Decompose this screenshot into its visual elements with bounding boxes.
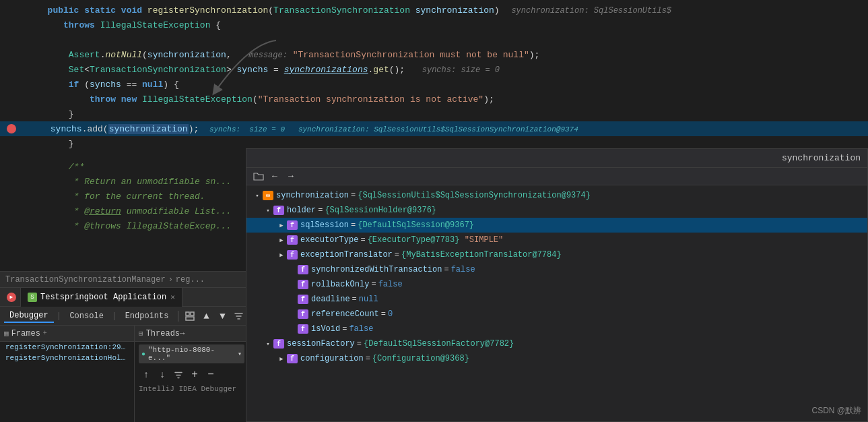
popup-toolbar: ← → — [246, 168, 867, 185]
thread-selector[interactable]: ● "http-nio-8080-e..." ▾ — [139, 344, 244, 363]
app-tab-testspringboot[interactable]: S Testspringboot Application ✕ — [21, 288, 182, 307]
frames-icon: ▦ — [4, 329, 9, 338]
var-row-holder[interactable]: ▾ f holder = {SqlSessionHolder@9376} — [246, 203, 867, 218]
var-toggle-exceptiontranslator[interactable]: ▶ — [276, 249, 287, 260]
tab-debugger[interactable]: Debugger — [4, 309, 54, 323]
var-name-referencecount: referenceCount — [311, 309, 379, 319]
breadcrumb-right[interactable]: reg... — [176, 275, 205, 284]
app-tab-close[interactable]: ✕ — [170, 293, 175, 301]
var-icon-referencecount: f — [298, 309, 308, 319]
thread-add-btn[interactable]: + — [187, 367, 202, 382]
code-line-7: throw new IllegalStateException("Transac… — [0, 92, 868, 107]
popup-title-bar: synchronization — [246, 149, 867, 168]
var-row-rollbackonly[interactable]: ▶ f rollbackOnly = false — [246, 277, 867, 292]
breadcrumb-left[interactable]: TransactionSynchronizationManager — [5, 275, 166, 284]
threads-label-static: IntelliJ IDEA Debugger — [135, 384, 248, 394]
var-name-holder: holder — [287, 206, 316, 215]
svg-rect-1 — [191, 312, 194, 315]
frame-item-0[interactable]: registerSynchronization:299, Transaction… — [0, 342, 134, 353]
var-toggle-sqlsession[interactable]: ▶ — [276, 220, 287, 231]
code-line-9: synchs.add(synchronization); synchs: siz… — [0, 121, 868, 136]
var-icon-sessionfactory: f — [273, 339, 284, 349]
var-val-sqlsession: {DefaultSqlSession@9367} — [358, 220, 474, 230]
thread-remove-btn[interactable]: − — [203, 367, 218, 382]
variable-inspector-popup: synchronization ← → ▾ ∞ synchronization … — [246, 148, 868, 422]
spring-icon: S — [28, 293, 37, 302]
var-row-sqlsession[interactable]: ▶ f sqlSession = {DefaultSqlSession@9367… — [246, 218, 867, 233]
var-toggle-holder[interactable]: ▾ — [263, 205, 273, 216]
code-line-1: public static void registerSynchronizati… — [0, 3, 868, 18]
var-val-synchronization: {SqlSessionUtils$SqlSessionSynchronizati… — [358, 191, 591, 200]
var-row-executortype[interactable]: ▶ f executorType = {ExecutorType@7783} "… — [246, 233, 867, 247]
var-row-referencecount[interactable]: ▶ f referenceCount = 0 — [246, 307, 867, 322]
var-row-configuration[interactable]: ▶ f configuration = {Configuration@9368} — [246, 351, 867, 366]
var-name-synchronization: synchronization — [276, 191, 349, 200]
var-val-configuration: {Configuration@9368} — [372, 354, 469, 363]
app-tab-label: Testspringboot Application — [40, 293, 166, 302]
var-name-rollbackonly: rollbackOnly — [311, 280, 369, 289]
breadcrumb-sep: › — [168, 275, 173, 284]
var-icon-exceptiontranslator: f — [287, 250, 298, 260]
frames-arrow[interactable]: + — [43, 330, 47, 337]
var-row-deadline[interactable]: ▶ f deadline = null — [246, 292, 867, 307]
var-icon-syncwithtransaction: f — [298, 265, 308, 274]
var-toggle-configuration[interactable]: ▶ — [276, 353, 287, 364]
thread-filter-btn[interactable] — [171, 367, 186, 382]
var-row-syncwithtransaction[interactable]: ▶ f synchronizedWithTransaction = false — [246, 262, 867, 277]
code-line-2: throws IllegalStateException { — [0, 18, 868, 32]
var-toggle-executortype[interactable]: ▶ — [276, 235, 287, 245]
popup-title: synchronization — [782, 153, 861, 163]
filter-btn[interactable] — [231, 309, 246, 324]
var-val-referencecount: 0 — [388, 309, 393, 319]
var-val-isvoid: false — [349, 324, 373, 334]
step-up-btn[interactable]: ▲ — [199, 309, 213, 324]
run-config-icon: ▶ — [3, 288, 21, 307]
var-icon-deadline: f — [298, 295, 308, 304]
thread-dropdown-arrow[interactable]: ▾ — [238, 350, 242, 358]
frame-item-1[interactable]: registerSynchronizationHolder:122, Trans… — [0, 353, 134, 363]
var-val-deadline: null — [359, 295, 378, 304]
var-val-exceptiontranslator: {MyBatisExceptionTranslator@7784} — [401, 250, 562, 260]
frames-panel: ▦ Frames + registerSynchronization:299, … — [0, 326, 135, 422]
var-icon-isvoid: f — [298, 324, 308, 334]
popup-back-btn[interactable]: ← — [268, 170, 281, 183]
code-line-8: } — [0, 107, 868, 121]
var-val-sessionfactory: {DefaultSqlSessionFactory@7782} — [364, 339, 514, 349]
var-val-executortype: {ExecutorType@7783} — [368, 235, 460, 245]
svg-rect-0 — [186, 312, 189, 315]
watermark: CSDN @默辨 — [811, 405, 861, 417]
thread-up-btn[interactable]: ↑ — [139, 367, 154, 382]
var-icon-rollbackonly: f — [298, 280, 308, 289]
popup-forward-btn[interactable]: → — [284, 170, 298, 183]
var-val-rollbackonly: false — [378, 280, 403, 289]
var-toggle-sessionfactory[interactable]: ▾ — [263, 338, 273, 349]
var-icon-synchronization: ∞ — [263, 191, 273, 200]
threads-panel: ⊞ Threads→ ● "http-nio-8080-e..." ▾ ↑ ↓ … — [135, 326, 249, 422]
breakpoint-indicator — [7, 124, 16, 133]
svg-rect-2 — [186, 317, 194, 320]
var-row-exceptiontranslator[interactable]: ▶ f exceptionTranslator = {MyBatisExcept… — [246, 247, 867, 262]
var-row-sessionfactory[interactable]: ▾ f sessionFactory = {DefaultSqlSessionF… — [246, 336, 867, 351]
thread-down-btn[interactable]: ↓ — [155, 367, 170, 382]
var-val-holder: {SqlSessionHolder@9376} — [325, 206, 436, 215]
var-icon-holder: f — [273, 206, 284, 215]
tab-endpoints[interactable]: Endpoints — [120, 310, 174, 322]
var-row-isvoid[interactable]: ▶ f isVoid = false — [246, 322, 867, 336]
frames-panel-header: ▦ Frames + — [0, 326, 134, 342]
run-icon: ▶ — [7, 293, 16, 302]
var-toggle-synchronization[interactable]: ▾ — [252, 190, 263, 201]
tab-console[interactable]: Console — [64, 310, 108, 322]
var-name-executortype: executorType — [300, 235, 358, 245]
layout-btn[interactable] — [182, 309, 197, 324]
threads-icon: ⊞ — [139, 329, 143, 338]
var-val-syncwithtransaction: false — [451, 265, 475, 274]
thread-nav-buttons: ↑ ↓ + − — [135, 366, 248, 384]
var-icon-configuration: f — [287, 354, 298, 363]
thread-indicator: ● — [141, 351, 145, 358]
var-name-sqlsession: sqlSession — [300, 220, 349, 230]
popup-folder-btn[interactable] — [252, 170, 265, 183]
var-row-synchronization[interactable]: ▾ ∞ synchronization = {SqlSessionUtils$S… — [246, 188, 867, 203]
var-name-deadline: deadline — [311, 295, 350, 304]
step-down-btn[interactable]: ▼ — [215, 309, 230, 324]
var-name-syncwithtransaction: synchronizedWithTransaction — [311, 265, 442, 274]
